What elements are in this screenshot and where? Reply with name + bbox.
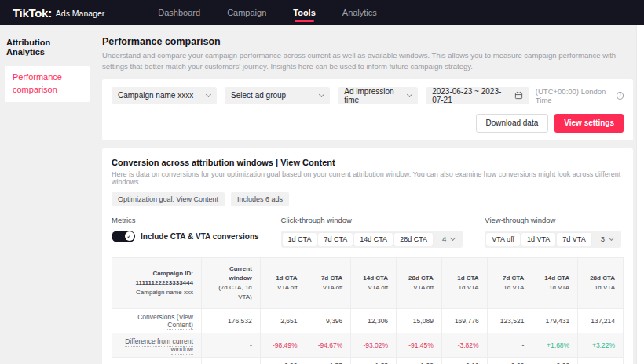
row-label: Difference from current window <box>112 333 202 357</box>
section-title: Conversion across attribution windows | … <box>112 158 624 167</box>
download-data-button[interactable]: Download data <box>476 114 549 133</box>
table-cell: 0.09 GBP <box>578 357 624 364</box>
col-top: 14d CTA <box>540 274 569 283</box>
table-cell: - <box>487 333 532 357</box>
table-row-difference: Difference from current window - -98.49%… <box>112 333 624 357</box>
row-label-text: Conversions (View Content) <box>137 313 193 330</box>
chevron-down-icon <box>407 91 412 96</box>
table-cell: 179,431 <box>532 308 578 333</box>
cta-7d-button[interactable]: 7d CTA <box>318 233 353 246</box>
metrics-control: Metrics ✓ Include CTA & VTA conversions <box>112 216 259 248</box>
col-bottom: 1d VTA <box>496 283 525 293</box>
sidebar-title: Attribution Analytics <box>0 38 93 56</box>
timezone-label: (UTC+00:00) London Time i <box>536 87 624 104</box>
click-window-group: 1d CTA 7d CTA 14d CTA 28d CTA 4 <box>281 231 463 248</box>
section-description: Here is data on conversions for your opt… <box>112 170 624 186</box>
view-window-group: VTA off 1d VTA 7d VTA 3 <box>485 231 621 248</box>
col-bottom: VTA off <box>404 283 434 293</box>
col-bottom: VTA off <box>314 283 343 293</box>
chevron-down-icon <box>609 235 614 240</box>
cta-14d-button[interactable]: 14d CTA <box>354 233 393 246</box>
view-window-label: View-through window <box>485 216 621 224</box>
column-header: 1d CTAVTA off <box>260 257 306 308</box>
table-row-cpa: CPA 0.09 GBP 6.20 GBP 1.75 GBP 1.33 GBP … <box>112 357 624 364</box>
vta-1d-button[interactable]: 1d VTA <box>521 233 555 246</box>
col-top: Current window <box>210 264 252 283</box>
ads-manager-label: Ads Manager <box>56 9 104 18</box>
table-cell: -98.49% <box>260 333 306 357</box>
date-range-picker[interactable]: 2023-06-23 ~ 2023-07-21 <box>426 87 529 104</box>
column-header: 28d CTAVTA off <box>397 257 442 308</box>
col-top: 14d CTA <box>359 274 388 283</box>
col-top: 7d CTA <box>496 274 525 283</box>
column-header: 28d CTA1d VTA <box>578 257 624 308</box>
view-settings-button[interactable]: View settings <box>554 114 624 133</box>
campaign-dropdown[interactable]: Campaign name xxxx <box>112 87 217 104</box>
cta-28d-button[interactable]: 28d CTA <box>394 233 433 246</box>
timezone-text: (UTC+00:00) London Time <box>536 87 613 104</box>
nav-campaign[interactable]: Campaign <box>227 0 266 25</box>
ad-group-dropdown-value: Select ad group <box>231 91 286 100</box>
vta-7d-button[interactable]: 7d VTA <box>557 233 591 246</box>
row-label: Conversions (View Content) <box>112 308 202 333</box>
chevron-down-icon <box>206 91 211 96</box>
optimization-goal-badge: Optimization goal: View Content <box>112 192 225 206</box>
main-content: Performance comparison Understand and co… <box>93 25 636 364</box>
view-count-dropdown[interactable]: 3 <box>593 235 620 243</box>
click-count-value: 4 <box>442 235 446 243</box>
info-icon[interactable]: i <box>617 92 624 100</box>
top-navbar: TikTok: Ads Manager Dashboard Campaign T… <box>0 0 644 25</box>
column-header: 7d CTAVTA off <box>306 257 351 308</box>
col-top: 28d CTA <box>404 274 434 283</box>
sidebar-item-performance-comparison[interactable]: Performance comparison <box>5 66 90 102</box>
table-cell: 9,396 <box>306 308 351 333</box>
table-cell: +1.68% <box>532 333 578 357</box>
campaign-dropdown-value: Campaign name xxxx <box>118 91 193 100</box>
table-cell: - <box>201 333 260 357</box>
toggle-label: Include CTA & VTA conversions <box>141 232 259 241</box>
page-description: Understand and compare your campaign per… <box>102 50 620 73</box>
table-row-conversions: Conversions (View Content) 176,532 2,651… <box>112 308 624 333</box>
table-cell: 137,214 <box>578 308 624 333</box>
table-cell: 0.10 GBP <box>441 357 487 364</box>
cta-vta-toggle[interactable]: ✓ <box>112 231 135 242</box>
column-header: 7d CTA1d VTA <box>487 257 532 308</box>
calendar-icon <box>514 91 523 100</box>
nav-dashboard[interactable]: Dashboard <box>158 0 200 25</box>
col-bottom: 1d VTA <box>450 283 479 293</box>
impression-time-dropdown[interactable]: Ad impression time <box>338 87 418 104</box>
vta-off-button[interactable]: VTA off <box>486 233 520 246</box>
col-top: 28d CTA <box>586 274 615 283</box>
row-label-text: Difference from current window <box>125 337 193 355</box>
table-header-row: Campaign ID: 11111122223333444 Campaign … <box>112 257 624 308</box>
main-nav: Dashboard Campaign Tools Analytics <box>158 0 377 25</box>
ad-group-dropdown[interactable]: Select ad group <box>225 87 330 104</box>
table-cell: 0.09 GBP <box>532 357 578 364</box>
table-cell: +3.22% <box>578 333 624 357</box>
column-header: Current window(7d CTA, 1d VTA) <box>201 257 260 308</box>
campaign-name: Campaign name xxx <box>120 288 193 297</box>
col-bottom: 1d VTA <box>540 283 569 293</box>
click-count-dropdown[interactable]: 4 <box>434 235 461 243</box>
col-bottom: 1d VTA <box>586 283 615 293</box>
nav-tools[interactable]: Tools <box>293 0 316 25</box>
col-top: 1d CTA <box>269 274 298 283</box>
nav-analytics[interactable]: Analytics <box>342 0 377 25</box>
view-count-value: 3 <box>601 235 605 243</box>
table-cell: -3.82% <box>441 333 487 357</box>
view-through-control: View-through window VTA off 1d VTA 7d VT… <box>485 216 621 248</box>
table-cell: 6.20 GBP <box>260 357 306 364</box>
impression-time-dropdown-value: Ad impression time <box>344 87 403 104</box>
sidebar: Attribution Analytics Performance compar… <box>0 25 93 364</box>
date-range-value: 2023-06-23 ~ 2023-07-21 <box>432 87 510 104</box>
scrollbar[interactable] <box>636 25 644 364</box>
click-window-label: Click-through window <box>281 216 463 224</box>
cta-1d-button[interactable]: 1d CTA <box>283 233 317 246</box>
row-label: CPA <box>112 357 202 364</box>
column-header: 14d CTAVTA off <box>351 257 397 308</box>
table-cell: 0.09 GBP <box>487 357 532 364</box>
attribution-table: Campaign ID: 11111122223333444 Campaign … <box>112 257 624 364</box>
table-cell: -91.45% <box>397 333 442 357</box>
page-title: Performance comparison <box>102 36 633 47</box>
table-cell: -93.02% <box>351 333 397 357</box>
